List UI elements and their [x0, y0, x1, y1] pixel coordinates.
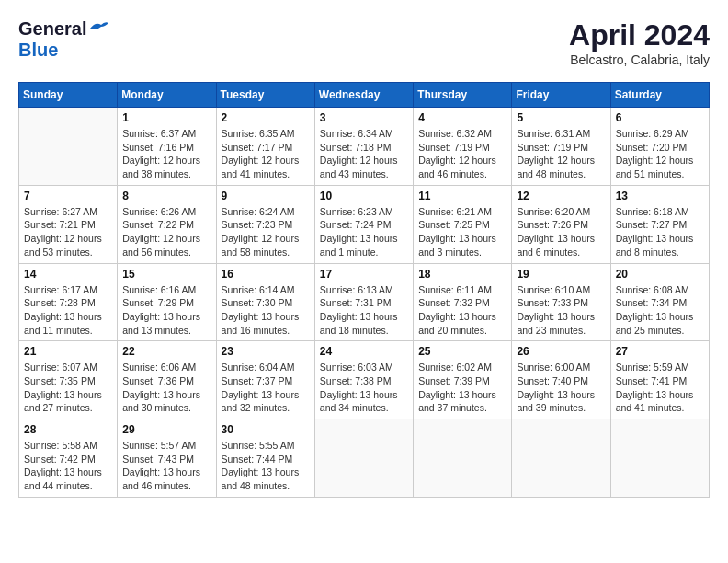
- day-info: Sunrise: 6:04 AM Sunset: 7:37 PM Dayligh…: [222, 361, 310, 415]
- calendar-cell: 20Sunrise: 6:08 AM Sunset: 7:34 PM Dayli…: [610, 263, 709, 341]
- title-block: April 2024 Belcastro, Calabria, Italy: [569, 18, 710, 67]
- calendar-cell: 12Sunrise: 6:20 AM Sunset: 7:26 PM Dayli…: [512, 185, 610, 263]
- day-info: Sunrise: 6:37 AM Sunset: 7:16 PM Dayligh…: [122, 127, 210, 181]
- calendar-cell: 16Sunrise: 6:14 AM Sunset: 7:30 PM Dayli…: [216, 263, 314, 341]
- day-number: 9: [222, 190, 310, 202]
- calendar-cell: 23Sunrise: 6:04 AM Sunset: 7:37 PM Dayli…: [216, 341, 314, 419]
- day-number: 24: [320, 345, 408, 358]
- calendar-cell: 29Sunrise: 5:57 AM Sunset: 7:43 PM Dayli…: [118, 419, 216, 498]
- day-info: Sunrise: 6:03 AM Sunset: 7:38 PM Dayligh…: [320, 361, 408, 415]
- weekday-header-tuesday: Tuesday: [216, 83, 314, 108]
- calendar-week-row: 1Sunrise: 6:37 AM Sunset: 7:16 PM Daylig…: [19, 108, 710, 186]
- calendar-cell: 8Sunrise: 6:26 AM Sunset: 7:22 PM Daylig…: [118, 185, 216, 263]
- weekday-header-sunday: Sunday: [19, 83, 118, 108]
- calendar-cell: [512, 419, 610, 498]
- calendar-cell: 13Sunrise: 6:18 AM Sunset: 7:27 PM Dayli…: [610, 185, 709, 263]
- day-info: Sunrise: 6:32 AM Sunset: 7:19 PM Dayligh…: [418, 127, 506, 181]
- day-number: 10: [320, 190, 408, 202]
- logo-blue: Blue: [18, 40, 58, 60]
- day-number: 8: [122, 190, 210, 202]
- logo-general: General: [18, 18, 86, 40]
- calendar-cell: [610, 419, 709, 498]
- calendar-week-row: 21Sunrise: 6:07 AM Sunset: 7:35 PM Dayli…: [19, 341, 710, 419]
- day-info: Sunrise: 6:02 AM Sunset: 7:39 PM Dayligh…: [418, 361, 506, 415]
- weekday-header-saturday: Saturday: [610, 83, 709, 108]
- calendar-cell: 27Sunrise: 5:59 AM Sunset: 7:41 PM Dayli…: [610, 341, 709, 419]
- day-number: 4: [418, 111, 506, 124]
- calendar-table: SundayMondayTuesdayWednesdayThursdayFrid…: [18, 82, 710, 498]
- day-number: 15: [122, 268, 210, 281]
- calendar-cell: 25Sunrise: 6:02 AM Sunset: 7:39 PM Dayli…: [414, 341, 512, 419]
- calendar-cell: 7Sunrise: 6:27 AM Sunset: 7:21 PM Daylig…: [19, 185, 118, 263]
- day-number: 25: [418, 345, 506, 358]
- day-info: Sunrise: 6:34 AM Sunset: 7:18 PM Dayligh…: [320, 127, 408, 181]
- day-number: 6: [616, 111, 704, 124]
- calendar-week-row: 14Sunrise: 6:17 AM Sunset: 7:28 PM Dayli…: [19, 263, 710, 341]
- day-info: Sunrise: 6:07 AM Sunset: 7:35 PM Dayligh…: [24, 361, 112, 415]
- calendar-cell: 21Sunrise: 6:07 AM Sunset: 7:35 PM Dayli…: [19, 341, 118, 419]
- day-number: 19: [517, 268, 605, 281]
- logo: General Blue: [18, 18, 108, 61]
- calendar-week-row: 28Sunrise: 5:58 AM Sunset: 7:42 PM Dayli…: [19, 419, 710, 498]
- day-info: Sunrise: 6:29 AM Sunset: 7:20 PM Dayligh…: [616, 127, 704, 181]
- calendar-cell: 22Sunrise: 6:06 AM Sunset: 7:36 PM Dayli…: [118, 341, 216, 419]
- day-info: Sunrise: 6:06 AM Sunset: 7:36 PM Dayligh…: [122, 361, 210, 415]
- day-number: 21: [24, 345, 112, 358]
- day-number: 3: [320, 111, 408, 124]
- calendar-cell: 15Sunrise: 6:16 AM Sunset: 7:29 PM Dayli…: [118, 263, 216, 341]
- day-info: Sunrise: 5:55 AM Sunset: 7:44 PM Dayligh…: [222, 439, 310, 493]
- day-info: Sunrise: 5:57 AM Sunset: 7:43 PM Dayligh…: [122, 439, 210, 493]
- calendar-cell: 28Sunrise: 5:58 AM Sunset: 7:42 PM Dayli…: [19, 419, 118, 498]
- day-number: 28: [24, 423, 112, 436]
- calendar-cell: 4Sunrise: 6:32 AM Sunset: 7:19 PM Daylig…: [414, 108, 512, 186]
- day-info: Sunrise: 6:10 AM Sunset: 7:33 PM Dayligh…: [517, 283, 605, 338]
- day-number: 23: [222, 345, 310, 358]
- calendar-cell: 17Sunrise: 6:13 AM Sunset: 7:31 PM Dayli…: [314, 263, 413, 341]
- weekday-header-friday: Friday: [512, 83, 610, 108]
- day-info: Sunrise: 6:24 AM Sunset: 7:23 PM Dayligh…: [222, 205, 310, 259]
- month-title: April 2024: [569, 18, 710, 52]
- day-number: 7: [24, 190, 112, 202]
- day-info: Sunrise: 6:26 AM Sunset: 7:22 PM Dayligh…: [122, 205, 210, 259]
- weekday-header-row: SundayMondayTuesdayWednesdayThursdayFrid…: [19, 83, 710, 108]
- day-number: 22: [122, 345, 210, 358]
- calendar-cell: 9Sunrise: 6:24 AM Sunset: 7:23 PM Daylig…: [216, 185, 314, 263]
- calendar-cell: 1Sunrise: 6:37 AM Sunset: 7:16 PM Daylig…: [118, 108, 216, 186]
- day-info: Sunrise: 6:20 AM Sunset: 7:26 PM Dayligh…: [517, 205, 605, 259]
- calendar-cell: 26Sunrise: 6:00 AM Sunset: 7:40 PM Dayli…: [512, 341, 610, 419]
- day-number: 27: [616, 345, 704, 358]
- day-number: 16: [222, 268, 310, 281]
- day-info: Sunrise: 6:00 AM Sunset: 7:40 PM Dayligh…: [517, 361, 605, 415]
- calendar-cell: 11Sunrise: 6:21 AM Sunset: 7:25 PM Dayli…: [414, 185, 512, 263]
- day-number: 17: [320, 268, 408, 281]
- day-info: Sunrise: 6:11 AM Sunset: 7:32 PM Dayligh…: [418, 283, 506, 338]
- day-info: Sunrise: 6:23 AM Sunset: 7:24 PM Dayligh…: [320, 205, 408, 259]
- day-number: 26: [517, 345, 605, 358]
- day-info: Sunrise: 6:14 AM Sunset: 7:30 PM Dayligh…: [222, 283, 310, 338]
- calendar-cell: 10Sunrise: 6:23 AM Sunset: 7:24 PM Dayli…: [314, 185, 413, 263]
- calendar-cell: 14Sunrise: 6:17 AM Sunset: 7:28 PM Dayli…: [19, 263, 118, 341]
- day-number: 5: [517, 111, 605, 124]
- day-info: Sunrise: 6:13 AM Sunset: 7:31 PM Dayligh…: [320, 283, 408, 338]
- location: Belcastro, Calabria, Italy: [569, 52, 710, 67]
- weekday-header-wednesday: Wednesday: [314, 83, 413, 108]
- day-info: Sunrise: 6:16 AM Sunset: 7:29 PM Dayligh…: [122, 283, 210, 338]
- day-number: 2: [222, 111, 310, 124]
- day-info: Sunrise: 6:17 AM Sunset: 7:28 PM Dayligh…: [24, 283, 112, 338]
- day-number: 12: [517, 190, 605, 202]
- weekday-header-monday: Monday: [118, 83, 216, 108]
- day-number: 30: [222, 423, 310, 436]
- day-info: Sunrise: 6:21 AM Sunset: 7:25 PM Dayligh…: [418, 205, 506, 259]
- day-number: 20: [616, 268, 704, 281]
- calendar-cell: 30Sunrise: 5:55 AM Sunset: 7:44 PM Dayli…: [216, 419, 314, 498]
- calendar-cell: [314, 419, 413, 498]
- calendar-cell: 6Sunrise: 6:29 AM Sunset: 7:20 PM Daylig…: [610, 108, 709, 186]
- page-header: General Blue April 2024 Belcastro, Calab…: [18, 18, 710, 67]
- logo-bird-icon: [88, 19, 108, 36]
- calendar-cell: 3Sunrise: 6:34 AM Sunset: 7:18 PM Daylig…: [314, 108, 413, 186]
- calendar-week-row: 7Sunrise: 6:27 AM Sunset: 7:21 PM Daylig…: [19, 185, 710, 263]
- calendar-cell: 5Sunrise: 6:31 AM Sunset: 7:19 PM Daylig…: [512, 108, 610, 186]
- calendar-cell: 2Sunrise: 6:35 AM Sunset: 7:17 PM Daylig…: [216, 108, 314, 186]
- day-info: Sunrise: 5:59 AM Sunset: 7:41 PM Dayligh…: [616, 361, 704, 415]
- day-number: 14: [24, 268, 112, 281]
